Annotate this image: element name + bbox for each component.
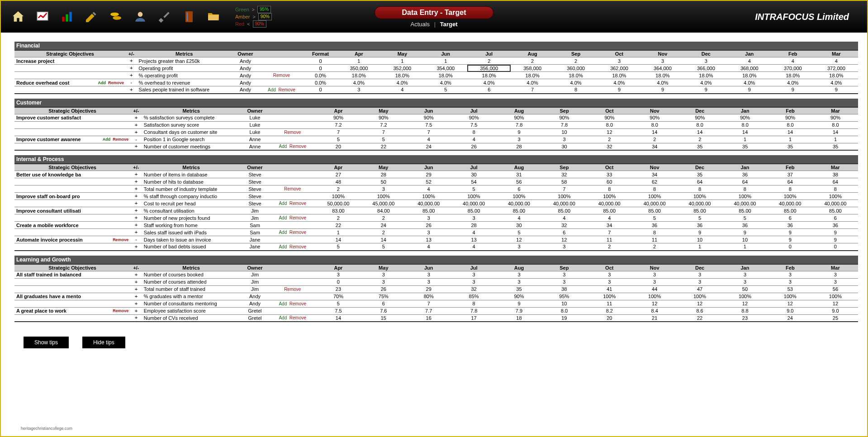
value-cell[interactable]: 4.0% [684,79,728,86]
value-cell[interactable]: 40,000.00 [406,200,451,207]
value-cell[interactable]: 7 [361,128,406,136]
value-cell[interactable]: 7 [316,128,361,136]
value-cell[interactable]: 19 [541,314,587,322]
value-cell[interactable]: 3 [451,214,497,222]
value-cell[interactable]: 10 [677,236,722,243]
value-cell[interactable]: 7.5 [316,307,361,314]
value-cell[interactable]: 62 [632,178,677,185]
value-cell[interactable]: 40,000.00 [632,200,677,207]
value-cell[interactable]: 360,000 [554,65,598,72]
value-cell[interactable]: 32 [587,143,632,150]
tab-target[interactable]: Target [440,21,458,28]
plus-minus-cell[interactable]: + [130,307,142,314]
value-cell[interactable]: 4.0% [380,79,424,86]
folder-icon[interactable] [205,9,222,25]
value-cell[interactable]: 9 [497,128,542,136]
value-cell[interactable]: 85% [451,293,497,300]
value-cell[interactable]: 3 [677,278,722,285]
value-cell[interactable]: 14 [677,128,722,136]
owner-cell[interactable]: Jane [240,236,269,243]
add-link[interactable]: Add [98,81,106,85]
metric-cell[interactable]: Satisfaction survey score [142,121,241,128]
value-cell[interactable]: 4.0% [467,79,511,86]
value-cell[interactable]: 18.0% [684,72,728,79]
owner-cell[interactable]: Andy [241,293,270,300]
value-cell[interactable]: 22 [316,222,361,229]
add-link[interactable]: Add [279,244,287,249]
value-cell[interactable]: 7.8 [497,121,542,128]
metric-cell[interactable]: % operating profit [137,72,232,79]
value-cell[interactable]: 4.0% [554,79,598,86]
value-cell[interactable]: 18.0% [598,72,641,79]
value-cell[interactable]: 10 [722,236,768,243]
value-cell[interactable]: 5 [424,86,467,94]
value-cell[interactable]: 35 [677,143,722,150]
value-cell[interactable]: 0 [316,278,361,285]
value-cell[interactable]: 14 [316,314,361,322]
remove-link[interactable]: Remove [289,144,306,149]
value-cell[interactable]: 40,000.00 [813,200,858,207]
value-cell[interactable]: 35 [677,171,722,178]
value-cell[interactable]: 350,000 [337,65,380,72]
value-cell[interactable]: 100% [813,293,858,300]
value-cell[interactable]: 1 [722,243,768,251]
value-cell[interactable]: 8 [451,128,497,136]
value-cell[interactable]: 21 [632,314,677,322]
value-cell[interactable]: 100% [632,193,677,200]
owner-cell[interactable]: Luke [241,128,270,136]
value-cell[interactable]: 35 [768,143,813,150]
remove-link[interactable]: Remove [289,301,306,306]
value-cell[interactable]: 370,000 [771,65,815,72]
value-cell[interactable]: 3 [337,86,380,94]
metric-cell[interactable]: Staff working from home [142,222,241,229]
value-cell[interactable]: 90% [587,114,632,121]
remove-link[interactable]: Remove [284,287,301,292]
value-cell[interactable]: 5 [316,136,361,143]
value-cell[interactable]: 4.0% [771,79,815,86]
value-cell[interactable]: 29 [406,285,451,293]
value-cell[interactable]: 7.8 [542,121,587,128]
value-cell[interactable]: 7.5 [406,121,451,128]
coins-icon[interactable] [108,9,124,25]
value-cell[interactable]: 6 [361,300,406,307]
plus-minus-cell[interactable]: + [126,86,137,94]
value-cell[interactable]: 35 [722,143,768,150]
value-cell[interactable]: 5 [451,185,497,193]
value-cell[interactable]: 18.0% [337,72,380,79]
value-cell[interactable]: 3 [541,271,587,278]
remove-link[interactable]: Remove [113,238,128,242]
value-cell[interactable]: 3 [406,271,451,278]
value-cell[interactable]: 64 [677,178,722,185]
value-cell[interactable]: 372,000 [815,65,858,72]
value-cell[interactable]: 34 [632,143,677,150]
value-cell[interactable]: 40,000.00 [768,200,813,207]
value-cell[interactable]: 3 [361,278,406,285]
value-cell[interactable]: 38 [541,285,587,293]
value-cell[interactable]: 85.00 [451,207,497,214]
plus-minus-cell[interactable]: + [130,293,142,300]
value-cell[interactable]: 9 [722,229,768,236]
value-cell[interactable]: 37 [768,171,813,178]
value-cell[interactable]: 28 [361,171,406,178]
value-cell[interactable]: 26 [361,285,406,293]
value-cell[interactable]: 14 [722,128,768,136]
value-cell[interactable]: 13 [406,236,451,243]
value-cell[interactable]: 14 [768,128,813,136]
value-cell[interactable]: 36 [722,171,768,178]
value-cell[interactable]: 4.0% [424,79,467,86]
value-cell[interactable]: 12 [587,128,632,136]
metric-cell[interactable]: Number of items in database [142,171,241,178]
plus-minus-cell[interactable]: + [130,128,142,136]
value-cell[interactable]: 3 [722,271,768,278]
owner-cell[interactable]: Andy [232,86,260,94]
value-cell[interactable]: 90% [497,114,542,121]
metric-cell[interactable]: % satisfaction surveys complete [142,114,241,121]
value-cell[interactable]: 7.6 [361,307,406,314]
value-cell[interactable]: 4 [815,57,858,65]
value-cell[interactable]: 90% [542,114,587,121]
value-cell[interactable]: 31 [497,171,542,178]
value-cell[interactable]: 1 [337,57,380,65]
value-cell[interactable]: 85.00 [722,207,768,214]
value-cell[interactable]: 100% [587,193,632,200]
metric-cell[interactable]: % staff through company inductio [142,193,241,200]
